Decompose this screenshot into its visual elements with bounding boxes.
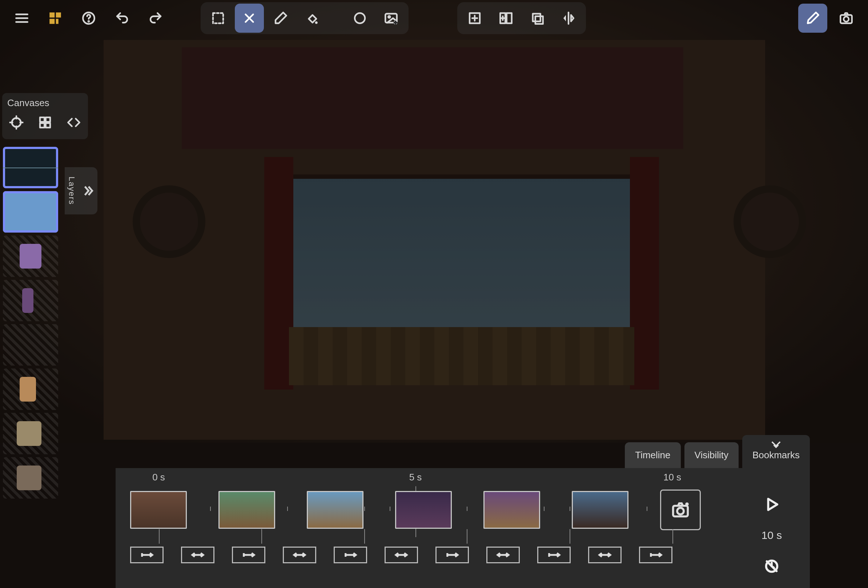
canvas-thumb[interactable] (3, 236, 58, 277)
svg-rect-22 (533, 14, 540, 21)
target-button[interactable] (7, 112, 26, 133)
svg-rect-34 (40, 123, 44, 128)
svg-rect-5 (49, 19, 55, 24)
layers-label: Layers (67, 177, 76, 205)
svg-point-26 (844, 17, 849, 22)
app-logo-icon[interactable] (41, 4, 70, 33)
tab-bookmarks[interactable]: Bookmarks (742, 435, 810, 468)
canvases-title: Canvases (7, 97, 83, 109)
pen-tool[interactable] (798, 4, 827, 33)
canvas-thumbnail-list (3, 147, 61, 499)
add-keyframe-button[interactable] (660, 489, 701, 530)
brush-tool[interactable] (235, 4, 264, 33)
svg-rect-19 (507, 13, 512, 23)
help-button[interactable] (74, 4, 103, 33)
svg-rect-23 (536, 16, 543, 24)
canvas-thumb[interactable] (3, 457, 58, 499)
tab-visibility[interactable]: Visibility (685, 442, 739, 468)
bookmarks-icon (771, 440, 781, 448)
code-button[interactable] (64, 112, 83, 133)
timeline-ruler[interactable]: 0 s 5 s 10 s (130, 472, 701, 486)
mirror-button[interactable] (554, 4, 583, 33)
tween-button[interactable] (486, 547, 520, 563)
redo-button[interactable] (141, 4, 170, 33)
draw-tool-group (201, 2, 409, 34)
loop-toggle[interactable] (757, 552, 786, 581)
ruler-mark: 5 s (409, 472, 422, 483)
keyframe[interactable] (483, 491, 540, 529)
play-button[interactable] (757, 490, 786, 519)
canvases-panel: Canvases (2, 93, 88, 139)
tab-timeline[interactable]: Timeline (625, 442, 681, 468)
keyframe[interactable] (395, 491, 452, 529)
select-tool[interactable] (204, 4, 233, 33)
tween-row (130, 547, 701, 564)
panel-tool-group (457, 2, 586, 34)
tween-button[interactable] (334, 547, 367, 563)
grid-button[interactable] (36, 112, 55, 133)
tween-button[interactable] (181, 547, 214, 563)
split-button[interactable] (492, 4, 521, 33)
keyframe[interactable] (218, 491, 275, 529)
svg-rect-32 (40, 117, 44, 122)
image-tool[interactable] (376, 4, 406, 33)
eraser-tool[interactable] (266, 4, 295, 33)
fill-tool[interactable] (297, 4, 326, 33)
timeline-tabs: Timeline Visibility Bookmarks (621, 443, 810, 468)
keyframe[interactable] (572, 491, 629, 529)
camera-button[interactable] (832, 4, 861, 33)
canvas-thumb[interactable] (3, 324, 58, 365)
svg-rect-9 (213, 13, 223, 23)
timeline-panel: Timeline Visibility Bookmarks 0 s 5 s 10… (115, 468, 810, 588)
layers-expand-tab[interactable]: Layers (65, 167, 97, 214)
svg-point-37 (677, 508, 684, 514)
keyframe-stems (130, 529, 701, 544)
svg-rect-35 (46, 123, 50, 128)
canvas-thumb[interactable] (3, 368, 58, 410)
tween-button[interactable] (232, 547, 265, 563)
menu-button[interactable] (7, 4, 36, 33)
flip-button[interactable] (523, 4, 552, 33)
tab-bookmarks-label: Bookmarks (753, 449, 800, 461)
canvas-thumb[interactable] (3, 413, 58, 454)
svg-point-10 (315, 21, 318, 24)
duration-label: 10 s (762, 529, 782, 541)
svg-rect-3 (49, 12, 55, 18)
tween-button[interactable] (639, 547, 672, 563)
tween-button[interactable] (588, 547, 621, 563)
svg-rect-6 (56, 19, 59, 24)
svg-point-13 (388, 16, 390, 18)
svg-marker-57 (768, 499, 777, 510)
canvas-thumb[interactable] (3, 280, 58, 321)
shape-tool[interactable] (345, 4, 374, 33)
tween-button[interactable] (385, 547, 418, 563)
addpanel-button[interactable] (460, 4, 489, 33)
keyframe[interactable] (307, 491, 363, 529)
ruler-mark: 0 s (152, 472, 165, 483)
svg-point-8 (88, 21, 89, 22)
undo-button[interactable] (108, 4, 137, 33)
svg-rect-33 (46, 117, 50, 122)
timeline-controls: 10 s (741, 490, 803, 581)
svg-rect-4 (56, 12, 61, 18)
svg-point-11 (355, 13, 365, 23)
canvas-thumb[interactable] (3, 147, 58, 188)
tween-button[interactable] (435, 547, 469, 563)
keyframe[interactable] (130, 491, 187, 529)
ruler-mark: 10 s (663, 472, 681, 483)
tween-button[interactable] (283, 547, 316, 563)
tween-button[interactable] (130, 547, 164, 563)
tween-button[interactable] (537, 547, 571, 563)
canvas-thumb[interactable] (3, 191, 58, 233)
keyframe-track[interactable] (130, 490, 701, 530)
top-toolbar (0, 0, 868, 36)
chevrons-right-icon (81, 184, 95, 198)
